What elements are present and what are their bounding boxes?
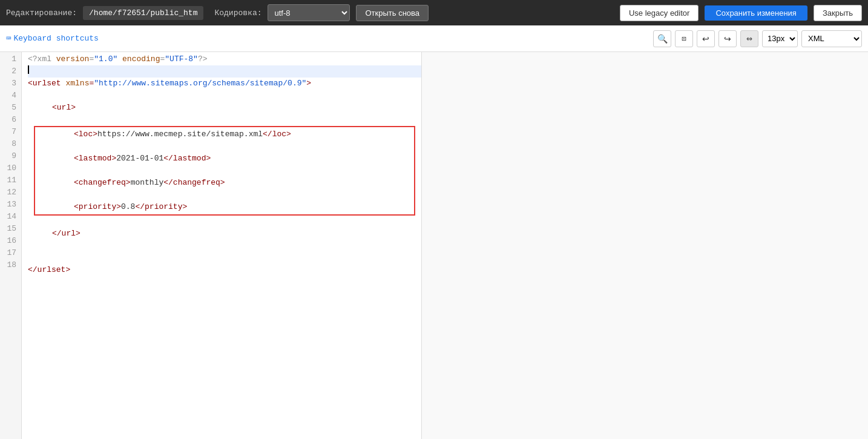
selection-box: <loc>https://www.mecmep.site/sitemap.xml… bbox=[34, 126, 415, 216]
top-toolbar: Редактирование: /home/f72651/public_htm … bbox=[0, 0, 868, 25]
font-size-select[interactable]: 10px 11px 12px 13px 14px 16px 18px bbox=[762, 30, 798, 47]
keyboard-shortcuts-link[interactable]: ⌨ Keyboard shortcuts bbox=[6, 33, 99, 44]
code-line-17 bbox=[28, 252, 421, 264]
line-num: 13 bbox=[5, 199, 16, 211]
line-num: 1 bbox=[5, 53, 16, 65]
encoding-label: Кодировка: bbox=[214, 8, 261, 18]
line-num: 16 bbox=[5, 235, 16, 247]
line-num: 10 bbox=[5, 162, 16, 174]
reopen-button[interactable]: Открыть снова bbox=[356, 5, 429, 21]
line-num: 4 bbox=[5, 90, 16, 102]
code-line-1: <?xml version="1.0" encoding="UTF-8"?> bbox=[28, 53, 421, 65]
second-toolbar: ⌨ Keyboard shortcuts 🔍 ⊡ ↩ ↪ ⇔ 10px 11px… bbox=[0, 25, 868, 52]
line-num: 6 bbox=[5, 114, 16, 126]
line-numbers: 1 2 3 4 5 6 7 8 9 10 11 12 13 14 15 16 1… bbox=[0, 52, 22, 439]
code-line-18: </urlset> bbox=[28, 264, 421, 276]
code-line-14 bbox=[28, 216, 421, 228]
terminal-button[interactable]: ⊡ bbox=[675, 30, 693, 47]
text-cursor bbox=[28, 65, 29, 74]
code-line-12 bbox=[38, 189, 412, 201]
line-num: 17 bbox=[5, 247, 16, 259]
code-line-16 bbox=[28, 240, 421, 252]
encoding-select[interactable]: utf-8 windows-1251 iso-8859-1 bbox=[268, 4, 350, 21]
line-num: 11 bbox=[5, 174, 16, 186]
undo-icon: ↩ bbox=[702, 34, 709, 44]
editor-area: 1 2 3 4 5 6 7 8 9 10 11 12 13 14 15 16 1… bbox=[0, 52, 868, 439]
line-num: 7 bbox=[5, 126, 16, 138]
file-path: /home/f72651/public_htm bbox=[83, 6, 203, 20]
code-line-9: <lastmod>2021-01-01</lastmod> bbox=[38, 153, 412, 165]
line-num: 3 bbox=[5, 78, 16, 90]
code-editor[interactable]: <?xml version="1.0" encoding="UTF-8"?> <… bbox=[22, 52, 421, 277]
code-line-7: <loc>https://www.mecmep.site/sitemap.xml… bbox=[38, 128, 412, 140]
terminal-icon: ⊡ bbox=[682, 35, 686, 43]
line-num: 8 bbox=[5, 138, 16, 150]
line-num: 15 bbox=[5, 223, 16, 235]
code-line-10 bbox=[38, 165, 412, 177]
line-num: 9 bbox=[5, 150, 16, 162]
code-line-13: <priority>0.8</priority> bbox=[38, 201, 412, 213]
right-panel bbox=[421, 52, 868, 439]
code-line-11: <changefreq>monthly</changefreq> bbox=[38, 177, 412, 189]
legacy-editor-button[interactable]: Use legacy editor bbox=[620, 5, 699, 21]
wrap-button[interactable]: ⇔ bbox=[740, 30, 758, 47]
line-num: 12 bbox=[5, 186, 16, 199]
wrap-icon: ⇔ bbox=[746, 35, 752, 43]
code-line-5: <url> bbox=[28, 102, 421, 114]
editing-label: Редактирование: bbox=[6, 8, 77, 18]
line-num: 14 bbox=[5, 211, 16, 223]
line-num: 18 bbox=[5, 259, 16, 271]
code-line-3: <urlset xmlns="http://www.sitemaps.org/s… bbox=[28, 78, 421, 90]
code-line-15: </url> bbox=[28, 228, 421, 240]
code-line-6 bbox=[28, 114, 421, 126]
undo-button[interactable]: ↩ bbox=[697, 30, 715, 47]
search-icon: 🔍 bbox=[657, 34, 668, 44]
redo-button[interactable]: ↪ bbox=[718, 30, 737, 47]
redo-icon: ↪ bbox=[724, 34, 731, 44]
search-button[interactable]: 🔍 bbox=[653, 30, 671, 47]
keyboard-icon: ⌨ bbox=[6, 33, 11, 44]
shortcuts-label: Keyboard shortcuts bbox=[13, 34, 98, 43]
code-line-2 bbox=[28, 65, 421, 78]
close-button[interactable]: Закрыть bbox=[814, 5, 862, 21]
code-panel[interactable]: <?xml version="1.0" encoding="UTF-8"?> <… bbox=[22, 52, 421, 439]
mode-select[interactable]: XML HTML CSS JavaScript PHP Text bbox=[801, 30, 862, 47]
save-button[interactable]: Сохранить изменения bbox=[705, 5, 807, 21]
line-num: 2 bbox=[5, 65, 16, 78]
code-line-8 bbox=[38, 140, 412, 153]
code-line-4 bbox=[28, 90, 421, 102]
line-num: 5 bbox=[5, 102, 16, 114]
